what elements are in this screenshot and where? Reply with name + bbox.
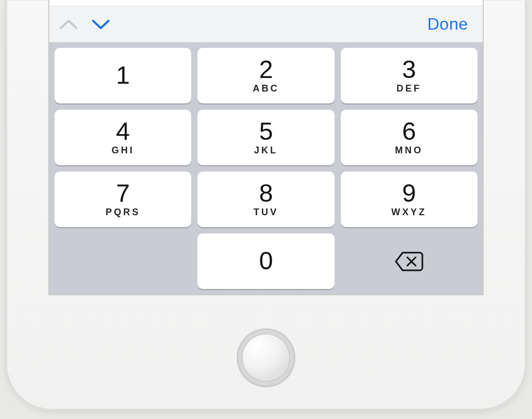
number-keypad: 1 2 ABC 3 DEF 4 GHI 5 J	[49, 43, 483, 294]
key-digit: 6	[402, 119, 416, 144]
done-button[interactable]: Done	[428, 15, 469, 34]
key-letters: GHI	[112, 145, 135, 156]
key-8[interactable]: 8 TUV	[197, 172, 334, 227]
keypad-row: 7 PQRS 8 TUV 9 WXYZ	[55, 172, 477, 227]
key-letters: ABC	[252, 83, 279, 94]
key-digit: 8	[259, 181, 273, 206]
key-digit: 5	[259, 119, 273, 144]
key-1[interactable]: 1	[55, 48, 191, 103]
home-button-area	[7, 295, 525, 409]
key-letters: DEF	[396, 83, 421, 94]
content-area-edge	[49, 0, 483, 6]
key-digit: 0	[259, 248, 273, 273]
backspace-icon	[394, 251, 424, 272]
chevron-up-icon[interactable]	[59, 18, 78, 31]
keypad-row: 1 2 ABC 3 DEF	[55, 48, 477, 103]
key-9[interactable]: 9 WXYZ	[341, 172, 477, 227]
key-letters: JKL	[254, 145, 278, 156]
key-4[interactable]: 4 GHI	[55, 110, 191, 165]
keyboard-accessory-bar: Done	[49, 6, 483, 43]
key-digit: 4	[116, 119, 130, 144]
backspace-key[interactable]	[341, 233, 477, 289]
key-blank	[55, 233, 191, 289]
key-digit: 1	[116, 63, 130, 88]
key-digit: 2	[259, 57, 273, 82]
chevron-down-icon[interactable]	[91, 18, 111, 31]
key-7[interactable]: 7 PQRS	[55, 172, 191, 227]
screen: Done 1 2 ABC 3 DEF 4 GHI	[48, 0, 484, 295]
field-nav-group	[59, 18, 111, 31]
key-letters: TUV	[254, 207, 278, 218]
key-3[interactable]: 3 DEF	[341, 48, 477, 103]
key-6[interactable]: 6 MNO	[341, 110, 477, 165]
key-digit: 7	[116, 181, 130, 206]
key-5[interactable]: 5 JKL	[197, 110, 334, 165]
key-digit: 9	[402, 181, 416, 206]
key-letters: MNO	[395, 145, 423, 156]
device-frame: Done 1 2 ABC 3 DEF 4 GHI	[5, 0, 527, 411]
keypad-row: 0	[55, 233, 477, 289]
home-button[interactable]	[237, 329, 295, 387]
key-0[interactable]: 0	[197, 233, 334, 289]
keypad-row: 4 GHI 5 JKL 6 MNO	[55, 110, 477, 165]
key-letters: WXYZ	[391, 207, 427, 218]
key-2[interactable]: 2 ABC	[197, 48, 334, 103]
key-digit: 3	[402, 57, 416, 82]
key-letters: PQRS	[105, 207, 140, 218]
